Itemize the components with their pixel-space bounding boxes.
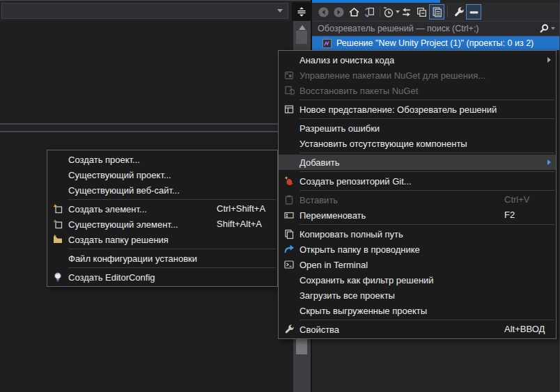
solution-row-label: Решение "New Unity Project (1)" (проекты… bbox=[336, 38, 534, 48]
menu-separator bbox=[68, 249, 276, 249]
menu-item-label: Скрыть выгруженные проекты bbox=[300, 306, 427, 316]
copy-path-icon bbox=[279, 228, 300, 240]
scrollbar-thumb[interactable] bbox=[296, 337, 307, 354]
menu-separator bbox=[68, 199, 276, 200]
menu-item[interactable]: Сохранить как фильтр решений bbox=[279, 272, 556, 288]
menu-item-label: Существующий веб-сайт... bbox=[68, 185, 180, 196]
collapse-all-icon bbox=[416, 6, 428, 18]
properties-wrench-icon bbox=[453, 6, 465, 18]
menu-separator bbox=[300, 190, 554, 191]
menu-item[interactable]: Создать репозиторий Git... bbox=[279, 173, 556, 189]
solution-context-menu: Анализ и очистка кодаУправление пакетами… bbox=[278, 50, 557, 339]
home-button[interactable] bbox=[346, 4, 361, 19]
menu-item-label: Файл конфигурации установки bbox=[68, 253, 197, 264]
menu-separator bbox=[300, 118, 554, 119]
scroll-up-arrow-icon[interactable] bbox=[299, 25, 306, 30]
refresh-icon bbox=[400, 6, 412, 18]
editor-navigation-dropdown[interactable] bbox=[1, 3, 288, 19]
back-icon bbox=[318, 6, 329, 18]
menu-item[interactable]: Добавить bbox=[279, 155, 556, 170]
submenu-arrow-icon bbox=[547, 159, 551, 165]
chevron-down-icon bbox=[277, 9, 283, 13]
show-all-files-icon bbox=[431, 6, 443, 18]
search-input[interactable]: Обозреватель решений — поиск (Ctrl+;) bbox=[312, 24, 538, 33]
menu-item[interactable]: ВставитьCtrl+V bbox=[279, 192, 556, 207]
back-button[interactable] bbox=[316, 4, 331, 19]
editor-splitter-bar[interactable] bbox=[0, 123, 293, 132]
menu-item-shortcut: Ctrl+Shift+A bbox=[217, 201, 265, 217]
menu-item-label: Управление пакетами NuGet для решения... bbox=[300, 70, 485, 81]
rename-icon bbox=[279, 210, 300, 221]
menu-item[interactable]: Создать EditorConfig bbox=[47, 269, 277, 285]
menu-item[interactable]: Создать папку решения bbox=[47, 232, 277, 247]
menu-item-label: Копировать полный путь bbox=[300, 229, 403, 240]
scrollbar-thumb[interactable] bbox=[296, 31, 307, 44]
bulb-icon bbox=[47, 272, 68, 283]
forward-icon bbox=[333, 6, 345, 18]
search-options-caret-icon[interactable] bbox=[551, 27, 555, 30]
menu-item[interactable]: Существующий проект... bbox=[47, 167, 277, 182]
properties-wrench-button[interactable] bbox=[451, 4, 466, 19]
preview-selected-items-icon bbox=[468, 6, 480, 18]
menu-item[interactable]: Создать элемент...Ctrl+Shift+A bbox=[47, 201, 277, 217]
existing-item-icon bbox=[47, 219, 68, 230]
menu-item[interactable]: СвойстваAlt+ВВОД bbox=[279, 322, 556, 337]
menu-item-label: Переименовать bbox=[300, 210, 366, 221]
menu-item[interactable]: Файл конфигурации установки bbox=[47, 251, 277, 266]
menu-item[interactable]: Open in Terminal bbox=[279, 257, 556, 272]
solution-icon bbox=[322, 38, 332, 49]
open-folder-icon bbox=[279, 244, 300, 255]
menu-item-label: Создать папку решения bbox=[68, 235, 169, 245]
add-submenu: Создать проект...Существующий проект...С… bbox=[47, 150, 278, 287]
nuget-restore-icon bbox=[279, 85, 300, 96]
menu-item[interactable]: Загрузить все проекты bbox=[279, 288, 556, 303]
nuget-icon bbox=[279, 70, 300, 81]
menu-item-label: Создать EditorConfig bbox=[68, 272, 155, 283]
menu-item[interactable]: Анализ и очистка кода bbox=[279, 52, 556, 68]
solution-tree-row[interactable]: Решение "New Unity Project (1)" (проекты… bbox=[312, 36, 559, 50]
menu-item[interactable]: Создать проект... bbox=[47, 152, 277, 167]
menu-item-shortcut: F2 bbox=[504, 207, 515, 223]
menu-item[interactable]: Восстановить пакеты NuGet bbox=[279, 83, 556, 98]
menu-separator bbox=[68, 267, 276, 268]
menu-item-label: Открыть папку в проводнике bbox=[300, 244, 420, 255]
menu-item-label: Создать репозиторий Git... bbox=[300, 176, 412, 187]
menu-item[interactable]: ПереименоватьF2 bbox=[279, 207, 556, 223]
search-icon[interactable] bbox=[538, 23, 550, 34]
menu-item-shortcut: Ctrl+V bbox=[504, 192, 529, 207]
menu-item[interactable]: Разрешить ошибки bbox=[279, 120, 556, 136]
sync-active-document-button[interactable] bbox=[361, 4, 377, 19]
pending-changes-filter-button[interactable] bbox=[383, 4, 398, 19]
paste-icon bbox=[279, 194, 300, 205]
menu-separator bbox=[300, 224, 554, 225]
menu-item-label: Вставить bbox=[300, 195, 338, 205]
menu-item-label: Установить отсутствующие компоненты bbox=[300, 139, 467, 149]
forward-button[interactable] bbox=[331, 4, 346, 19]
menu-item[interactable]: Существующий элемент...Shift+Alt+A bbox=[47, 217, 277, 232]
menu-item-label: Сохранить как фильтр решений bbox=[300, 275, 434, 285]
menu-item-shortcut: Alt+ВВОД bbox=[504, 322, 545, 337]
wrench-icon bbox=[279, 324, 300, 335]
menu-item[interactable]: Скрыть выгруженные проекты bbox=[279, 303, 556, 318]
preview-selected-items-button[interactable] bbox=[466, 4, 481, 19]
menu-item[interactable]: Открыть папку в проводнике bbox=[279, 242, 556, 257]
editor-split-button[interactable] bbox=[292, 2, 311, 21]
menu-item-label: Существующий проект... bbox=[68, 170, 171, 180]
menu-item[interactable]: Установить отсутствующие компоненты bbox=[279, 136, 556, 151]
menu-item[interactable]: Существующий веб-сайт... bbox=[47, 182, 277, 198]
collapse-all-button[interactable] bbox=[414, 4, 429, 19]
solution-explorer-toolbar bbox=[312, 3, 559, 21]
refresh-button[interactable] bbox=[398, 4, 414, 19]
menu-item[interactable]: Новое представление: Обозреватель решени… bbox=[279, 102, 556, 117]
toolbar-divider bbox=[447, 6, 448, 17]
new-item-icon bbox=[47, 203, 68, 214]
menu-item[interactable]: Копировать полный путь bbox=[279, 226, 556, 242]
menu-item-label: Восстановить пакеты NuGet bbox=[300, 86, 418, 96]
toolbar-divider bbox=[380, 6, 380, 17]
menu-item[interactable]: Управление пакетами NuGet для решения... bbox=[279, 68, 556, 83]
show-all-files-button[interactable] bbox=[429, 4, 444, 19]
menu-item-label: Анализ и очистка кода bbox=[300, 55, 394, 65]
menu-item-label: Добавить bbox=[300, 157, 339, 168]
menu-item-label: Создать элемент... bbox=[68, 204, 147, 214]
solution-explorer-search[interactable]: Обозреватель решений — поиск (Ctrl+;) bbox=[312, 21, 559, 36]
